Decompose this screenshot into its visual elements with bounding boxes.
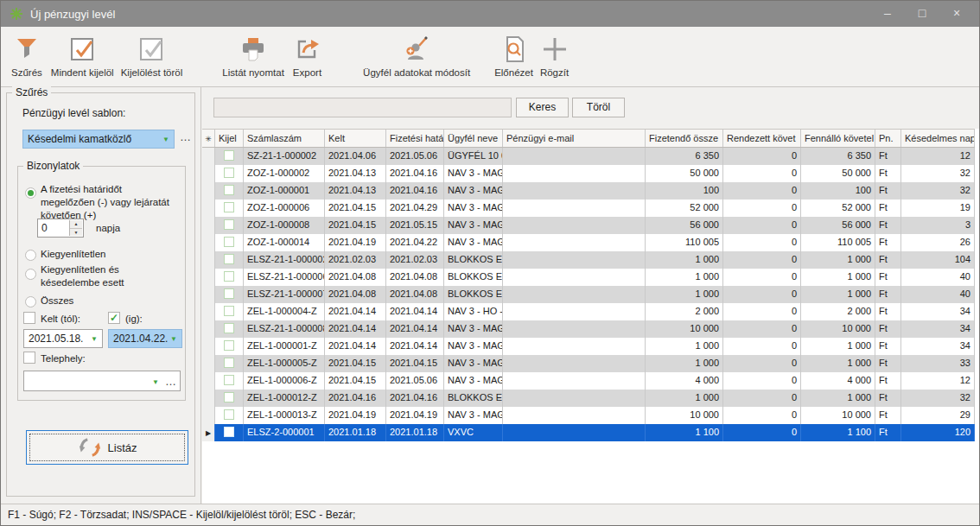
chevron-down-icon[interactable]: ▼: [91, 335, 98, 343]
customer-cell: NAV 3 - MAGY: [444, 182, 503, 200]
row-checkbox[interactable]: [224, 254, 234, 264]
days-input[interactable]: 0 ▲ ▼: [37, 219, 84, 238]
date-from-combo[interactable]: 2021.05.18. ▼: [23, 329, 103, 348]
col-due[interactable]: Fizetési hatá: [386, 130, 444, 147]
site-browse-button[interactable]: …: [165, 375, 176, 388]
template-browse-button[interactable]: …: [178, 130, 194, 149]
filter-button[interactable]: Szűrés: [8, 31, 46, 83]
col-currency[interactable]: Pn.: [875, 130, 901, 147]
col-invoice[interactable]: Számlaszám: [244, 130, 325, 147]
row-checkbox[interactable]: [224, 202, 234, 212]
row-checkbox[interactable]: [224, 409, 234, 420]
col-outstanding[interactable]: Fennálló követel: [801, 130, 875, 147]
row-checkbox[interactable]: [224, 288, 234, 299]
row-checkbox[interactable]: [224, 150, 234, 161]
row-select-cell[interactable]: [215, 390, 244, 407]
days-stepper[interactable]: ▲ ▼: [69, 220, 82, 236]
table-row[interactable]: ▶ ELSZ-21-1-000006 2021.04.08 2021.04.08…: [202, 269, 975, 286]
col-amount[interactable]: Fizetendő össze: [646, 130, 723, 147]
search-input[interactable]: [213, 98, 512, 117]
table-row[interactable]: ▶ ZEL-1-000006-Z 2021.04.15 2021.05.06 N…: [202, 372, 975, 390]
table-row[interactable]: ▶ ZEL-1-000001-Z 2021.04.14 2021.04.14 N…: [202, 338, 975, 355]
table-row[interactable]: ▶ ZOZ-1-000006 2021.04.15 2021.04.29 NAV…: [202, 200, 975, 217]
row-select-cell[interactable]: [215, 200, 244, 217]
row-select-cell[interactable]: [215, 286, 244, 303]
table-row[interactable]: ▶ ELSZ-21-1-000007 2021.04.08 2021.04.08…: [202, 286, 975, 303]
table-row[interactable]: ▶ SZ-21-1-000002 2021.04.06 2021.05.06 Ü…: [202, 148, 975, 165]
template-combo[interactable]: Késedelmi kamatközlő ▼: [22, 130, 175, 149]
row-checkbox[interactable]: [224, 168, 234, 178]
table-row[interactable]: ▶ ZEL-1-000013-Z 2021.04.19 2021.04.19 N…: [202, 407, 975, 424]
table-row[interactable]: ▶ ZEL-1-000004-Z 2021.04.14 2021.04.14 N…: [202, 303, 975, 320]
chevron-down-icon[interactable]: ▼: [170, 335, 177, 343]
row-select-cell[interactable]: [215, 303, 244, 320]
table-row[interactable]: ▶ ZOZ-1-000008 2021.04.15 2021.05.15 NAV…: [202, 217, 975, 234]
row-select-cell[interactable]: [215, 217, 244, 234]
row-checkbox[interactable]: [224, 375, 234, 385]
row-select-cell[interactable]: [215, 338, 244, 355]
row-select-cell[interactable]: [215, 424, 244, 441]
col-date[interactable]: Kelt: [325, 130, 386, 147]
record-button[interactable]: Rögzít: [537, 31, 572, 83]
col-email[interactable]: Pénzügyi e-mail: [503, 130, 646, 147]
radio-unsettled-overdue[interactable]: [25, 269, 36, 280]
select-all-button[interactable]: Mindent kijelöl: [48, 31, 118, 83]
row-select-cell[interactable]: [215, 182, 244, 200]
row-select-cell[interactable]: [215, 320, 244, 338]
row-select-cell[interactable]: [215, 165, 244, 182]
radio-all[interactable]: [25, 296, 36, 307]
clear-selection-button[interactable]: Kijelölést töröl: [118, 31, 187, 83]
row-checkbox[interactable]: [224, 427, 234, 437]
date-to-checkbox[interactable]: ✓: [108, 312, 120, 324]
row-checkbox[interactable]: [224, 219, 234, 230]
date-from-checkbox[interactable]: [23, 312, 35, 324]
row-checkbox[interactable]: [224, 392, 234, 402]
col-days[interactable]: Késedelmes nap: [901, 130, 975, 147]
row-select-cell[interactable]: [215, 407, 244, 424]
table-row[interactable]: ▶ ZOZ-1-000002 2021.04.13 2021.04.16 NAV…: [202, 165, 975, 182]
maximize-button[interactable]: □: [905, 1, 939, 27]
row-checkbox[interactable]: [224, 271, 234, 282]
email-cell: [503, 269, 646, 286]
close-button[interactable]: ×: [939, 1, 974, 27]
table-row[interactable]: ▶ ELSZ-21-1-000002 2021.02.03 2021.02.03…: [202, 251, 975, 269]
export-button[interactable]: Export: [290, 31, 325, 83]
table-row[interactable]: ▶ ZOZ-1-000001 2021.04.13 2021.04.16 NAV…: [202, 182, 975, 200]
row-checkbox[interactable]: [224, 306, 234, 316]
row-select-cell[interactable]: [215, 269, 244, 286]
table-row[interactable]: ▶ ZEL-1-000005-Z 2021.04.15 2021.04.15 N…: [202, 355, 975, 372]
chevron-down-icon[interactable]: ▼: [162, 136, 169, 143]
table-row[interactable]: ▶ ELSZ-2-000001 2021.01.18 2021.01.18 VX…: [202, 424, 975, 441]
table-row[interactable]: ▶ ZOZ-1-000014 2021.04.19 2021.04.22 NAV…: [202, 234, 975, 251]
row-select-cell[interactable]: [215, 372, 244, 390]
chevron-down-icon[interactable]: ▼: [152, 378, 159, 386]
date-to-combo[interactable]: 2021.04.22. ▼: [108, 329, 182, 348]
site-checkbox[interactable]: [23, 352, 35, 364]
row-checkbox[interactable]: [224, 323, 234, 333]
radio-unsettled[interactable]: [25, 250, 36, 261]
due-cell: 2021.01.18: [386, 424, 444, 441]
clear-search-button[interactable]: Töröl: [572, 98, 625, 117]
list-button[interactable]: Listáz: [26, 430, 188, 465]
corner-star-icon[interactable]: ✳: [202, 130, 215, 147]
row-select-cell[interactable]: [215, 251, 244, 269]
table-row[interactable]: ▶ ELSZ-21-1-000008 2021.04.14 2021.04.14…: [202, 320, 975, 338]
table-row[interactable]: ▶ ZEL-1-000012-Z 2021.04.16 2021.04.16 B…: [202, 390, 975, 407]
search-button[interactable]: Keres: [516, 98, 569, 117]
minimize-button[interactable]: –: [870, 1, 905, 27]
row-select-cell[interactable]: [215, 355, 244, 372]
print-list-button[interactable]: Listát nyomtat: [219, 31, 288, 83]
row-checkbox[interactable]: [224, 358, 234, 368]
edit-customer-button[interactable]: Ügyfél adatokat módosít: [360, 31, 474, 83]
site-combo[interactable]: ▼ …: [23, 371, 181, 391]
preview-button[interactable]: Előnézet: [491, 31, 537, 83]
row-checkbox[interactable]: [224, 340, 234, 351]
col-customer[interactable]: Ügyfél neve: [444, 130, 503, 147]
radio-due-offset[interactable]: [25, 187, 36, 199]
col-select[interactable]: Kijel: [215, 130, 244, 147]
row-select-cell[interactable]: [215, 234, 244, 251]
col-settled[interactable]: Rendezett követ: [723, 130, 801, 147]
row-checkbox[interactable]: [224, 237, 234, 247]
row-select-cell[interactable]: [215, 148, 244, 165]
row-checkbox[interactable]: [224, 185, 234, 195]
